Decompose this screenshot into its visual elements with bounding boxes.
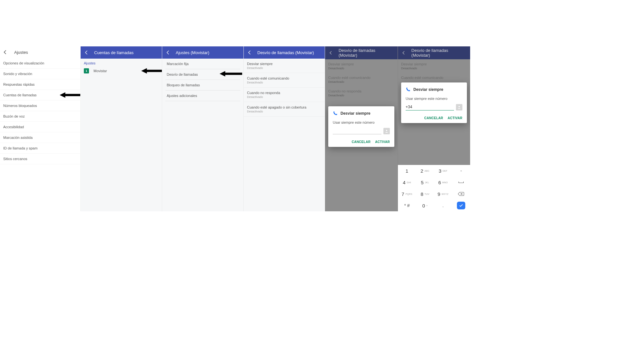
numeric-keypad: 12ABC3DEF-4GHI5JKL6MNO7PQRS8TUV9WXYZ* #0… [398, 165, 470, 211]
screenshot-strip: Ajustes Opciones de visualizaciónSonido … [0, 46, 632, 211]
settings-item[interactable]: Sitios cercanos [0, 154, 80, 164]
activate-button[interactable]: ACTIVAR [375, 140, 390, 144]
settings-item[interactable]: Buzón de voz [0, 111, 80, 122]
panel-cuentas-llamadas: Cuentas de llamadas Ajustes 1 Movistar [81, 46, 162, 211]
keypad-key[interactable]: 2ABC [416, 165, 434, 177]
settings-item[interactable]: Marcación asistida [0, 132, 80, 143]
back-button[interactable] [246, 49, 253, 56]
svg-marker-2 [220, 71, 242, 77]
settings-item[interactable]: Números bloqueados [0, 101, 80, 111]
forward-option[interactable]: Cuando no respondaDesactivado [244, 88, 325, 102]
keypad-backspace[interactable] [452, 188, 470, 200]
keypad-key[interactable]: 7PQRS [398, 188, 416, 200]
panel-ajustes: Ajustes Opciones de visualizaciónSonido … [0, 46, 81, 211]
cancel-button[interactable]: CANCELAR [424, 116, 443, 120]
settings-item[interactable]: Respuestas rápidas [0, 79, 80, 90]
keypad-key[interactable]: - [452, 165, 470, 177]
settings-item[interactable]: Bloqueo de llamadas [165, 80, 240, 91]
header: Desvío de llamadas (Movistar) [244, 46, 325, 59]
header: Desvío de llamadas (Movistar) [398, 46, 470, 59]
panel-desvio-dialog-typing: Desvío de llamadas (Movistar) Desviar si… [398, 46, 470, 211]
keypad-key[interactable]: 1 [398, 165, 416, 177]
header: Ajustes (Movistar) [162, 46, 243, 59]
keypad-key[interactable]: 6MNO [434, 177, 452, 188]
svg-point-3 [386, 130, 387, 131]
section-label: Ajustes [81, 59, 162, 66]
keypad-key[interactable]: 8TUV [416, 188, 434, 200]
page-title: Desvío de llamadas (Movistar) [411, 48, 468, 58]
panel-ajustes-movistar: Ajustes (Movistar) Marcación fijaDesvío … [162, 46, 244, 211]
forward-option-dimmed: Desviar siempreDesactivado [325, 59, 398, 73]
keypad-key[interactable]: 0+ [416, 200, 434, 211]
settings-item[interactable]: Cuentas de llamadas [0, 90, 80, 101]
keypad-key[interactable]: * # [398, 200, 416, 211]
sim-name: Movistar [94, 69, 107, 73]
page-title: Desvío de llamadas (Movistar) [257, 50, 314, 55]
phone-number-input[interactable] [333, 128, 381, 134]
header: Desvío de llamadas (Movistar) [325, 46, 398, 59]
phone-number-input[interactable] [406, 104, 454, 110]
back-button[interactable] [2, 49, 8, 55]
settings-item[interactable]: Sonido y vibración [0, 69, 80, 79]
forward-option-dimmed: Desviar siempreDesactivado [398, 59, 470, 73]
page-title: Cuentas de llamadas [94, 50, 133, 55]
forward-option[interactable]: Desviar siempreDesactivado [244, 59, 325, 73]
activate-button[interactable]: ACTIVAR [448, 116, 462, 120]
keypad-key[interactable]: 5JKL [416, 177, 434, 188]
panel-desvio-llamadas: Desvío de llamadas (Movistar) Desviar si… [244, 46, 325, 211]
pick-contact-button[interactable] [456, 104, 462, 110]
cancel-button[interactable]: CANCELAR [352, 140, 371, 144]
dialog-title: Desviar siempre [413, 87, 443, 92]
dialog-desviar-siempre: Desviar siempre Usar siempre este número… [328, 106, 394, 147]
page-title: Desvío de llamadas (Movistar) [339, 48, 395, 58]
dialog-desviar-siempre: Desviar siempre Usar siempre este número… [401, 82, 467, 123]
forward-option-dimmed: Cuando esté comunicandoDesactivado [325, 73, 398, 86]
arrow-annotation [141, 67, 162, 75]
keypad-space[interactable] [452, 177, 470, 188]
phone-icon [333, 111, 338, 116]
header: Cuentas de llamadas [81, 46, 162, 59]
phone-icon [406, 87, 411, 92]
back-button[interactable] [328, 50, 334, 56]
keypad-enter[interactable] [452, 200, 470, 211]
forward-option[interactable]: Cuando esté comunicandoDesactivado [244, 73, 325, 88]
settings-item[interactable]: ID de llamada y spam [0, 143, 80, 154]
back-button[interactable] [83, 49, 90, 56]
settings-item[interactable]: Opciones de visualización [0, 58, 80, 69]
back-button[interactable] [165, 49, 171, 56]
forward-option-dimmed: Cuando esté comunicando [398, 73, 470, 82]
keypad-key[interactable]: 9WXYZ [434, 188, 452, 200]
svg-marker-1 [141, 68, 162, 74]
keypad-key[interactable]: 3DEF [434, 165, 452, 177]
sim-icon: 1 [84, 68, 89, 73]
forward-option-dimmed: Cuando no respondaDesactivado [325, 86, 398, 100]
panel-desvio-dialog-empty: Desvío de llamadas (Movistar) Desviar si… [325, 46, 398, 211]
arrow-annotation [60, 91, 81, 99]
dialog-label: Usar siempre este número [333, 120, 390, 124]
forward-option[interactable]: Cuando esté apagado o sin coberturaDesac… [244, 102, 325, 117]
keypad-key[interactable]: . [434, 200, 452, 211]
arrow-annotation [220, 70, 242, 78]
back-button[interactable] [400, 50, 407, 56]
dialog-title: Desviar siempre [341, 111, 370, 116]
svg-marker-0 [60, 92, 81, 98]
svg-point-4 [459, 106, 460, 107]
sim-row-movistar[interactable]: 1 Movistar [81, 66, 162, 76]
dialog-label: Usar siempre este número [406, 97, 462, 101]
settings-item[interactable]: Accesibilidad [0, 122, 80, 132]
settings-item[interactable]: Marcación fija [165, 59, 240, 69]
page-title: Ajustes [14, 50, 28, 55]
pick-contact-button[interactable] [383, 128, 390, 134]
settings-item[interactable]: Ajustes adicionales [165, 91, 240, 101]
settings-item[interactable]: Desvío de llamadas [165, 69, 240, 80]
page-title: Ajustes (Movistar) [176, 50, 209, 55]
header: Ajustes [0, 46, 80, 58]
keypad-key[interactable]: 4GHI [398, 177, 416, 188]
